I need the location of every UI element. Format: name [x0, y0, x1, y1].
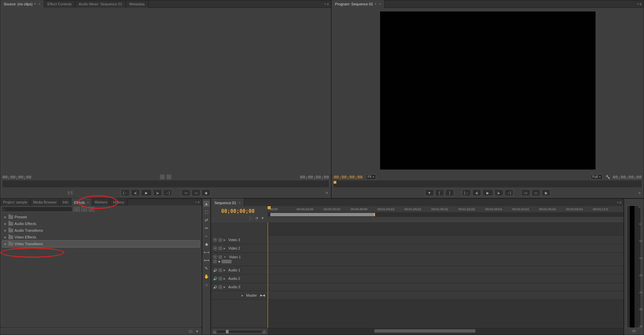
panel-menu[interactable]: ▾≡: [323, 2, 331, 6]
tab-metadata[interactable]: Metadata: [126, 0, 148, 8]
track-header-audio1[interactable]: 🔊▶Audio 1: [211, 266, 268, 274]
source-scrubber[interactable]: [2, 181, 329, 187]
program-in-timecode[interactable]: 00;00;00;00: [334, 175, 363, 180]
tab-effects[interactable]: Effects×: [71, 198, 92, 206]
close-icon[interactable]: ×: [379, 0, 381, 8]
lock-icon[interactable]: [218, 255, 222, 259]
track-header-video1[interactable]: ▼Video 1 ◆: [211, 253, 268, 266]
effects-search-input[interactable]: ⌕: [2, 207, 72, 212]
fx-badge-32bit[interactable]: ▭: [81, 207, 87, 212]
safe-margins-icon[interactable]: [160, 175, 165, 179]
tab-history[interactable]: History: [110, 198, 127, 206]
program-monitor-view[interactable]: [332, 8, 644, 173]
tab-media-browser[interactable]: Media Browser: [30, 198, 60, 206]
add-button[interactable]: +: [326, 190, 328, 195]
fx-badge-accelerated[interactable]: fx: [74, 207, 80, 212]
lock-icon[interactable]: [218, 247, 222, 250]
step-fwd-button[interactable]: |▸: [495, 189, 503, 196]
close-icon[interactable]: ×: [239, 199, 240, 207]
lock-icon[interactable]: [218, 238, 222, 242]
source-out-timecode[interactable]: 00;00;00;00: [300, 175, 329, 180]
lock-icon[interactable]: [218, 268, 222, 272]
add-button[interactable]: +: [638, 190, 641, 195]
mark-out-button[interactable]: }: [445, 189, 454, 196]
playhead-icon[interactable]: [334, 181, 336, 184]
eye-icon[interactable]: [213, 255, 217, 259]
track-select-tool[interactable]: ⬚: [203, 209, 209, 215]
export-frame-button[interactable]: ◉: [542, 189, 550, 196]
step-fwd-button[interactable]: |▸: [153, 189, 162, 196]
overwrite-button[interactable]: ▭: [192, 189, 200, 196]
rate-stretch-tool[interactable]: ↔: [203, 233, 209, 239]
lock-icon[interactable]: [218, 277, 222, 281]
hand-tool[interactable]: ✋: [203, 273, 209, 280]
tab-sequence[interactable]: Sequence 01×: [211, 199, 244, 206]
folder-audio-effects[interactable]: ▶Audio Effects: [2, 220, 200, 227]
go-to-in-button[interactable]: {←: [462, 189, 471, 196]
step-back-button[interactable]: ◂|: [131, 189, 140, 196]
go-to-out-button[interactable]: →}: [505, 189, 513, 196]
track-lane-audio2[interactable]: [268, 274, 623, 283]
track-header-video3[interactable]: ▶Video 3: [211, 236, 268, 244]
track-header-video2[interactable]: ▶Video 2: [211, 244, 268, 253]
timeline-zoom[interactable]: △ △: [211, 328, 268, 335]
slip-tool[interactable]: ⟷: [203, 249, 209, 255]
playhead-line[interactable]: [268, 222, 268, 328]
track-lane-video3[interactable]: [268, 236, 623, 244]
eye-icon[interactable]: [213, 238, 217, 242]
tab-source[interactable]: Source: (no clips)▼×: [0, 0, 44, 8]
zoom-tool[interactable]: ⌕: [203, 282, 209, 288]
eye-icon[interactable]: [213, 246, 217, 250]
close-icon[interactable]: ×: [87, 199, 89, 206]
source-monitor-view[interactable]: [0, 8, 331, 173]
play-button[interactable]: ▶: [482, 189, 493, 196]
zoom-out-icon[interactable]: △: [213, 329, 216, 334]
lock-icon[interactable]: [218, 285, 222, 289]
zoom-fit-dropdown[interactable]: Fit▼: [366, 174, 376, 180]
tab-info[interactable]: Info: [60, 198, 71, 206]
play-button[interactable]: ▶: [141, 189, 152, 196]
speaker-icon[interactable]: 🔊: [213, 277, 217, 281]
step-back-button[interactable]: ◂|: [472, 189, 481, 196]
tab-effect-controls[interactable]: Effect Controls: [44, 0, 75, 8]
marker-icon[interactable]: ▼: [260, 216, 265, 220]
track-header-master[interactable]: ▶Master▶◀: [211, 291, 268, 300]
sync-lock-icon[interactable]: ◔: [254, 216, 259, 220]
panel-menu[interactable]: ▾≡: [615, 200, 623, 204]
mark-in-button[interactable]: {: [435, 189, 444, 196]
folder-audio-transitions[interactable]: ▶Audio Transitions: [2, 227, 200, 234]
track-lane-master[interactable]: [268, 291, 623, 300]
mark-in-button[interactable]: {←: [121, 189, 130, 196]
tab-markers[interactable]: Markers: [92, 198, 110, 206]
keyframe-icon[interactable]: [213, 260, 217, 263]
folder-video-transitions[interactable]: ▶Video Transitions: [2, 240, 200, 247]
program-out-timecode[interactable]: 00;00;00;00: [613, 175, 642, 180]
speaker-icon[interactable]: 🔊: [213, 268, 217, 272]
panel-menu[interactable]: ▾≡: [635, 2, 644, 6]
timeline-scrollbar[interactable]: [268, 328, 623, 335]
fx-badge-yuv[interactable]: ▭: [89, 207, 95, 212]
dropdown-icon[interactable]: ▼: [195, 329, 199, 333]
track-header-audio2[interactable]: 🔊▶Audio 2: [211, 274, 268, 283]
timeline-ruler[interactable]: 00;00 00;00;16;00 00;00;32;00 00;00;48;0…: [268, 206, 623, 212]
folder-video-effects[interactable]: ▶Video Effects: [2, 234, 200, 240]
folder-presets[interactable]: ▶Presets: [2, 214, 200, 220]
tab-audio-mixer[interactable]: Audio Mixer: Sequence 01: [75, 0, 126, 8]
speaker-icon[interactable]: 🔊: [213, 285, 217, 289]
add-marker-button[interactable]: ▼: [425, 189, 434, 196]
output-icon[interactable]: [167, 175, 171, 179]
opacity-toggle[interactable]: [222, 260, 232, 263]
slide-tool[interactable]: ⟺: [203, 257, 209, 263]
tab-program[interactable]: Program: Sequence 01▼×: [332, 0, 384, 8]
new-bin-icon[interactable]: 🗀: [189, 329, 193, 333]
insert-button[interactable]: ▭: [181, 189, 190, 196]
razor-tool[interactable]: ◆: [203, 241, 209, 247]
export-frame-button[interactable]: ◉: [202, 189, 210, 196]
track-lane-video1[interactable]: [268, 253, 623, 266]
zoom-in-icon[interactable]: △: [263, 329, 266, 334]
settings-icon[interactable]: 🔧: [605, 174, 611, 180]
zoom-slider[interactable]: [217, 331, 262, 333]
track-lane-audio1[interactable]: [268, 266, 623, 274]
timeline-timecode[interactable]: 00;00;00;00: [221, 208, 268, 214]
extract-button[interactable]: ▭: [532, 189, 540, 196]
